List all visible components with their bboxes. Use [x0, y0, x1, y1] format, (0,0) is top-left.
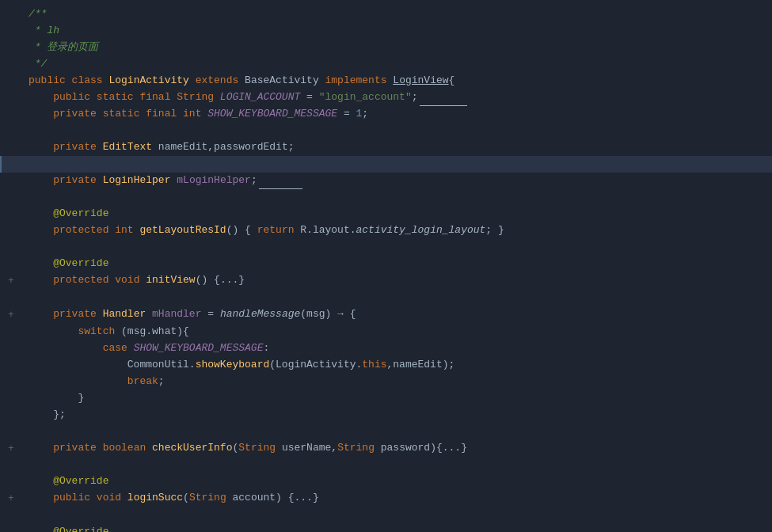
line-code: private EditText nameEdit,passwordEdit;: [22, 139, 772, 156]
code-line: private LoginHelper mLoginHelper;: [0, 173, 772, 189]
code-editor: /** * lh * 登录的页面 */ public class LoginAc…: [0, 0, 772, 532]
code-line: case SHOW_KEYBOARD_MESSAGE:: [0, 340, 772, 357]
code-line: public class LoginActivity extends BaseA…: [0, 73, 772, 89]
line-code: @Override: [22, 256, 772, 272]
code-line: * lh: [0, 23, 772, 40]
line-number: [0, 239, 22, 240]
line-number: [0, 173, 22, 173]
line-code: break;: [22, 374, 772, 390]
code-line: private static final int SHOW_KEYBOARD_M…: [0, 106, 772, 123]
line-number: [2, 156, 24, 157]
code-line: break;: [0, 374, 772, 390]
code-line: [0, 424, 772, 440]
code-line: */: [0, 56, 772, 73]
line-code: * lh: [22, 23, 772, 40]
line-number: [0, 206, 22, 207]
line-number: [0, 189, 22, 190]
line-number: [0, 89, 22, 90]
line-number: [0, 306, 22, 324]
code-line: switch (msg.what){: [0, 324, 772, 340]
line-code: private Handler mHandler = handleMessage…: [22, 306, 772, 323]
line-number: [0, 40, 22, 40]
line-number: [0, 407, 22, 408]
line-number: [0, 73, 22, 74]
line-number: [0, 272, 22, 290]
code-line: * 登录的页面: [0, 40, 772, 56]
line-number: [0, 457, 22, 458]
line-code: private boolean checkUserInfo(String use…: [22, 440, 772, 457]
line-number: [0, 6, 22, 7]
line-number: [0, 222, 22, 223]
line-code: protected void initView() {...}: [22, 272, 772, 289]
line-code: @Override: [22, 473, 772, 490]
line-number: [0, 256, 22, 256]
code-line: private Handler mHandler = handleMessage…: [0, 306, 772, 324]
code-line: protected void initView() {...}: [0, 272, 772, 290]
line-number: [0, 440, 22, 458]
line-code: switch (msg.what){: [22, 324, 772, 340]
line-code: [22, 290, 772, 306]
line-number: [0, 340, 22, 341]
line-code: };: [22, 407, 772, 424]
code-line: CommonUtil.showKeyboard(LoginActivity.th…: [0, 357, 772, 374]
line-number: [0, 23, 22, 24]
line-number: [0, 290, 22, 291]
line-code: protected int getLayoutResId() { return …: [22, 222, 772, 239]
line-number: [0, 507, 22, 508]
code-line: [0, 457, 772, 473]
code-line: [0, 239, 772, 256]
code-line: protected int getLayoutResId() { return …: [0, 222, 772, 239]
line-code: * 登录的页面: [22, 40, 772, 56]
line-number: [0, 56, 22, 57]
line-code: [22, 507, 772, 524]
line-code: [24, 156, 772, 173]
line-number: [0, 106, 22, 107]
code-line: [0, 189, 772, 206]
line-code: */: [22, 56, 772, 73]
line-code: private static final int SHOW_KEYBOARD_M…: [22, 106, 772, 123]
line-number: [0, 490, 22, 507]
line-code: [22, 457, 772, 473]
line-code: public static final String LOGIN_ACCOUNT…: [22, 89, 772, 106]
code-line: public static final String LOGIN_ACCOUNT…: [0, 89, 772, 106]
line-code: @Override: [22, 524, 772, 532]
line-code: @Override: [22, 206, 772, 222]
line-number: [0, 473, 22, 474]
line-code: CommonUtil.showKeyboard(LoginActivity.th…: [22, 357, 772, 374]
code-line: @Override: [0, 206, 772, 222]
line-code: }: [22, 390, 772, 407]
line-code: private LoginHelper mLoginHelper;: [22, 173, 772, 189]
code-line: [0, 290, 772, 306]
code-line: private boolean checkUserInfo(String use…: [0, 440, 772, 458]
line-number: [0, 324, 22, 325]
line-code: [22, 424, 772, 440]
code-line: }: [0, 390, 772, 407]
line-number: [0, 424, 22, 424]
code-line: /**: [0, 6, 772, 23]
line-number: [0, 123, 22, 124]
line-number: [0, 357, 22, 358]
code-line: [0, 123, 772, 139]
line-code: [22, 239, 772, 256]
line-code: public class LoginActivity extends BaseA…: [22, 73, 772, 89]
line-number: [0, 139, 22, 140]
line-code: [22, 189, 772, 206]
code-line: @Override: [0, 524, 772, 532]
line-code: [22, 123, 772, 139]
line-number: [0, 374, 22, 374]
line-number: [0, 524, 22, 525]
line-number: [0, 390, 22, 391]
code-line: @Override: [0, 256, 772, 272]
code-line: };: [0, 407, 772, 424]
line-code: public void loginSucc(String account) {.…: [22, 490, 772, 507]
code-line: [0, 507, 772, 524]
line-code: case SHOW_KEYBOARD_MESSAGE:: [22, 340, 772, 357]
line-code: /**: [22, 6, 772, 23]
code-line: @Override: [0, 473, 772, 490]
code-line: private EditText nameEdit,passwordEdit;: [0, 139, 772, 156]
code-line: public void loginSucc(String account) {.…: [0, 490, 772, 507]
code-line-cursor: [0, 156, 772, 173]
